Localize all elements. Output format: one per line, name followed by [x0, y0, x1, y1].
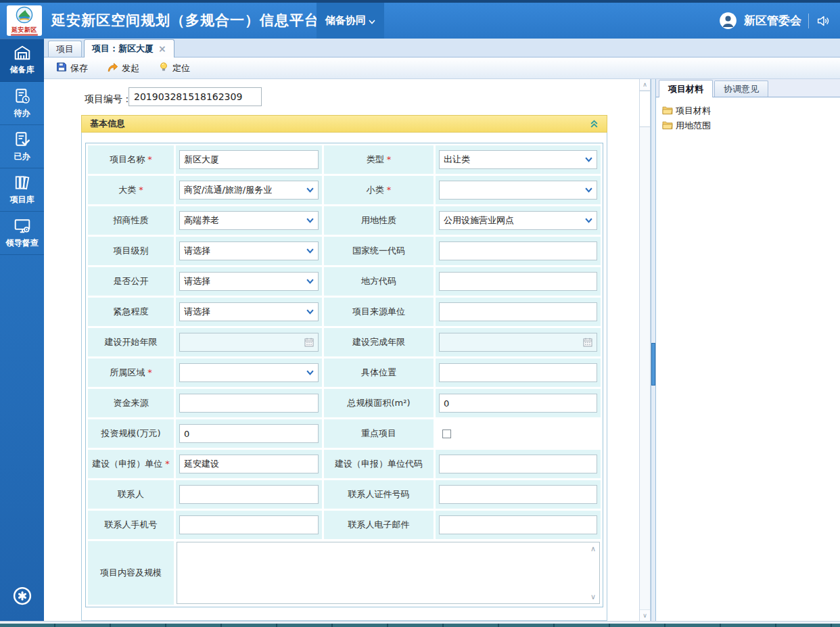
right-panel-tabs: 项目材料协调意见: [656, 79, 840, 97]
user-name[interactable]: 新区管委会: [744, 13, 801, 28]
calendar-icon: [304, 338, 314, 347]
text-input[interactable]: [439, 515, 597, 534]
menu-label: 储备协同: [325, 14, 366, 27]
field-label: 项目级别: [88, 237, 174, 265]
logo-emblem-icon: [14, 6, 34, 26]
scroll-up-button[interactable]: ∧: [640, 79, 650, 91]
project-no-label: 项目编号：: [85, 93, 132, 106]
calendar-icon: [583, 338, 592, 347]
basic-info-header[interactable]: 基本信息: [81, 115, 607, 133]
text-input[interactable]: 0: [439, 394, 597, 413]
required-marker: *: [147, 367, 152, 377]
scroll-down-icon[interactable]: ∨: [590, 593, 596, 601]
launch-icon: [107, 62, 118, 75]
text-input[interactable]: 新区大厦: [179, 150, 319, 169]
app-title: 延安新区空间规划（多规合一）信息平台: [51, 3, 319, 39]
tab-project-detail[interactable]: 项目：新区大厦×: [84, 39, 174, 57]
apps-button[interactable]: [12, 586, 32, 609]
folder-icon: [662, 120, 673, 132]
required-marker: *: [139, 185, 143, 195]
text-input[interactable]: [439, 302, 597, 321]
form-scrollbar[interactable]: ∧ ∨: [639, 79, 651, 621]
scroll-up-icon[interactable]: ∧: [590, 545, 596, 553]
field-label: 招商性质: [88, 206, 174, 235]
panel-tab-coordination-opinions[interactable]: 协调意见: [714, 80, 768, 97]
select-input[interactable]: 高端养老: [179, 211, 319, 230]
select-input[interactable]: 请选择: [179, 241, 319, 260]
splitter-handle[interactable]: [651, 343, 655, 386]
save-button[interactable]: 保存: [53, 60, 91, 76]
text-input[interactable]: 延安建设: [179, 455, 319, 473]
speaker-icon[interactable]: [816, 14, 831, 28]
text-input[interactable]: [179, 394, 319, 413]
scroll-thumb[interactable]: [640, 91, 650, 127]
required-marker: *: [147, 154, 152, 164]
scroll-down-button[interactable]: ∨: [640, 609, 650, 621]
select-input[interactable]: 请选择: [179, 302, 319, 321]
tree-item-land-scope[interactable]: 用地范围: [662, 118, 840, 133]
date-input[interactable]: [179, 333, 319, 352]
select-input[interactable]: [179, 363, 319, 382]
menu-reserve-collaboration[interactable]: 储备协同: [317, 3, 384, 39]
tree-item-project-materials[interactable]: 项目材料: [662, 103, 840, 118]
text-input[interactable]: [179, 515, 319, 534]
form-row: 投资规模(万元)0重点项目: [88, 419, 601, 448]
select-input[interactable]: 出让类: [439, 150, 597, 169]
text-input[interactable]: 0: [179, 424, 319, 443]
toolbar-button-label: 发起: [122, 62, 139, 74]
field-label: 类型 *: [324, 145, 434, 174]
collapse-icon[interactable]: [590, 119, 599, 129]
field-label: 总规模面积(m²): [324, 389, 434, 417]
text-input[interactable]: [439, 485, 597, 504]
toolbar-button-label: 定位: [172, 62, 190, 74]
select-input[interactable]: [439, 181, 597, 200]
sidebar-item-reserve-library[interactable]: 储备库: [0, 39, 44, 82]
select-input[interactable]: 商贸/流通/旅游/服务业: [179, 181, 319, 200]
basic-info-body: 项目名称 *新区大厦类型 *出让类大类 *商贸/流通/旅游/服务业小类 *招商性…: [81, 133, 607, 621]
field-label: 资金来源: [88, 389, 174, 417]
form-row: 资金来源总规模面积(m²)0: [88, 389, 601, 417]
right-panel-tree: 项目材料用地范围: [656, 97, 840, 133]
text-input[interactable]: [439, 241, 597, 260]
launch-button[interactable]: 发起: [104, 60, 142, 77]
tree-item-label: 项目材料: [676, 105, 711, 117]
toolbar: 保存发起定位: [44, 57, 840, 79]
form-row: 紧急程度请选择项目来源单位: [88, 298, 601, 326]
textarea-input[interactable]: ∧∨: [177, 542, 600, 604]
toolbar-button-label: 保存: [70, 62, 88, 74]
close-icon[interactable]: ×: [158, 45, 166, 53]
apps-icon: [12, 596, 32, 609]
sidebar-item-todo[interactable]: 待办: [0, 82, 44, 125]
select-input[interactable]: 公用设施营业网点: [439, 211, 597, 230]
form-row: 联系人联系人证件号码: [88, 480, 601, 509]
text-input[interactable]: [439, 272, 597, 291]
text-input[interactable]: [439, 363, 597, 382]
text-input[interactable]: [439, 455, 597, 473]
chevron-down-icon: [585, 157, 592, 162]
chevron-down-icon: [306, 218, 314, 223]
field-label: 地方代码: [324, 267, 434, 296]
sidebar-item-done[interactable]: 已办: [0, 125, 44, 168]
panel-tab-project-materials[interactable]: 项目材料: [659, 80, 713, 97]
field-label: 联系人手机号: [88, 511, 174, 539]
form-row: 项目名称 *新区大厦类型 *出让类: [88, 145, 601, 174]
section-title: 基本信息: [90, 118, 125, 130]
project-no-input[interactable]: 201903281518162309: [129, 87, 262, 106]
form-row: 联系人手机号联系人电子邮件: [88, 511, 601, 539]
sidebar-item-leader-inspection[interactable]: 领导督查: [0, 212, 44, 255]
form-row: 项目内容及规模∧∨: [88, 541, 601, 605]
tab-label: 项目: [56, 43, 74, 55]
tab-project[interactable]: 项目: [48, 41, 82, 57]
checkbox[interactable]: [442, 429, 451, 438]
required-marker: *: [165, 459, 170, 469]
sidebar-item-project-library[interactable]: 项目库: [0, 168, 44, 212]
text-input[interactable]: [179, 485, 319, 504]
select-input[interactable]: 请选择: [179, 272, 319, 291]
locate-button[interactable]: 定位: [156, 60, 193, 76]
field-label: 重点项目: [324, 419, 434, 448]
chevron-down-icon: [369, 15, 375, 27]
form-row: 招商性质高端养老用地性质公用设施营业网点: [88, 206, 601, 235]
field-label: 国家统一代码: [324, 237, 434, 265]
date-input[interactable]: [439, 333, 597, 352]
sidebar-item-label: 储备库: [10, 64, 34, 76]
